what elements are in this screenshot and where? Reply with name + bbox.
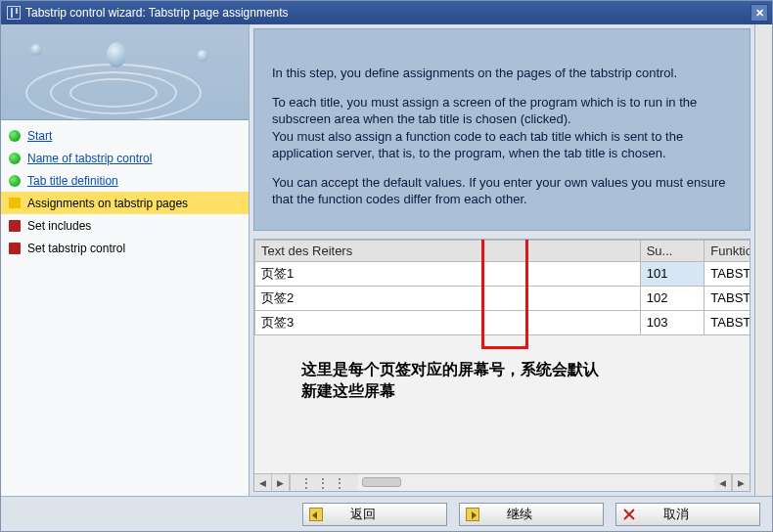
table-header-row: Text des Reiters Su... Funktionscode: [255, 240, 751, 261]
close-button[interactable]: ✕: [750, 4, 768, 22]
table-row: 页签1 101 TABSTRIP1_FC1: [255, 261, 751, 286]
step-start[interactable]: Start: [1, 124, 249, 147]
continue-button[interactable]: 继续: [459, 503, 604, 526]
cell-fc[interactable]: TABSTRIP1_FC2: [705, 286, 750, 310]
cell-text[interactable]: 页签2: [255, 286, 641, 310]
step-name[interactable]: Name of tabstrip control: [1, 147, 249, 169]
scroll-left2-icon[interactable]: ◀: [714, 474, 732, 491]
scroll-thumb[interactable]: [362, 477, 401, 487]
instruction-p3: You can accept the default values. If yo…: [272, 174, 732, 208]
col-su-header[interactable]: Su...: [640, 240, 705, 261]
check-icon: [9, 130, 21, 142]
table-area: Text des Reiters Su... Funktionscode 页签1…: [253, 239, 750, 492]
footer: 返回 继续 取消: [1, 496, 772, 531]
cancel-button[interactable]: 取消: [615, 503, 760, 526]
cell-su[interactable]: 103: [640, 310, 705, 334]
scroll-right-icon[interactable]: ▶: [272, 474, 290, 491]
pending-icon: [9, 220, 21, 232]
table-wrap: Text des Reiters Su... Funktionscode 页签1…: [254, 240, 750, 473]
table-row: 页签2 102 TABSTRIP1_FC2: [255, 286, 751, 310]
col-fc-header[interactable]: Funktionscode: [705, 240, 750, 261]
cell-su[interactable]: 102: [640, 286, 705, 310]
cell-fc[interactable]: TABSTRIP1_FC3: [705, 310, 750, 334]
next-icon: [466, 508, 479, 521]
app-icon: [7, 6, 21, 20]
cell-fc[interactable]: TABSTRIP1_FC1: [705, 261, 750, 286]
step-set-includes: Set includes: [1, 214, 249, 237]
table-row: 页签3 103 TABSTRIP1_FC3: [255, 310, 751, 334]
back-button[interactable]: 返回: [302, 503, 447, 526]
vertical-scrollbar[interactable]: [754, 24, 772, 496]
step-tab-title[interactable]: Tab title definition: [1, 169, 249, 192]
main-panel: In this step, you define assignments on …: [250, 24, 754, 496]
wizard-window: Tabstrip control wizard: Tabstrip page a…: [0, 0, 773, 532]
step-list: Start Name of tabstrip control Tab title…: [1, 120, 249, 496]
col-text-header[interactable]: Text des Reiters: [255, 240, 641, 261]
pending-icon: [9, 243, 21, 254]
content-area: Start Name of tabstrip control Tab title…: [1, 24, 772, 496]
cell-text[interactable]: 页签1: [255, 261, 641, 286]
assignments-table: Text des Reiters Su... Funktionscode 页签1…: [254, 240, 750, 335]
instruction-p2: To each title, you must assign a screen …: [272, 94, 732, 162]
check-icon: [9, 175, 21, 187]
scroll-track[interactable]: [358, 474, 714, 491]
scroll-handle[interactable]: ⋮⋮⋮: [290, 474, 358, 491]
scroll-right2-icon[interactable]: ▶: [732, 474, 750, 491]
cell-text[interactable]: 页签3: [255, 310, 641, 334]
annotation-text: 这里是每个页签对应的屏幕号，系统会默认 新建这些屏幕: [301, 359, 599, 403]
cell-su[interactable]: 101: [640, 261, 705, 286]
window-title: Tabstrip control wizard: Tabstrip page a…: [25, 6, 750, 20]
scroll-left-icon[interactable]: ◀: [254, 474, 272, 491]
instructions-panel: In this step, you define assignments on …: [253, 28, 750, 231]
instruction-p1: In this step, you define assignments on …: [272, 65, 732, 82]
sidebar-banner: [1, 24, 249, 120]
step-set-tabstrip: Set tabstrip control: [1, 237, 249, 259]
titlebar: Tabstrip control wizard: Tabstrip page a…: [1, 1, 772, 24]
back-icon: [309, 508, 323, 521]
step-assignments[interactable]: Assignments on tabstrip pages: [1, 192, 249, 214]
sidebar: Start Name of tabstrip control Tab title…: [1, 24, 250, 496]
check-icon: [9, 153, 21, 164]
warning-icon: [9, 198, 21, 208]
horizontal-scrollbar[interactable]: ◀ ▶ ⋮⋮⋮ ◀ ▶: [254, 473, 750, 491]
cancel-icon: [622, 508, 636, 521]
